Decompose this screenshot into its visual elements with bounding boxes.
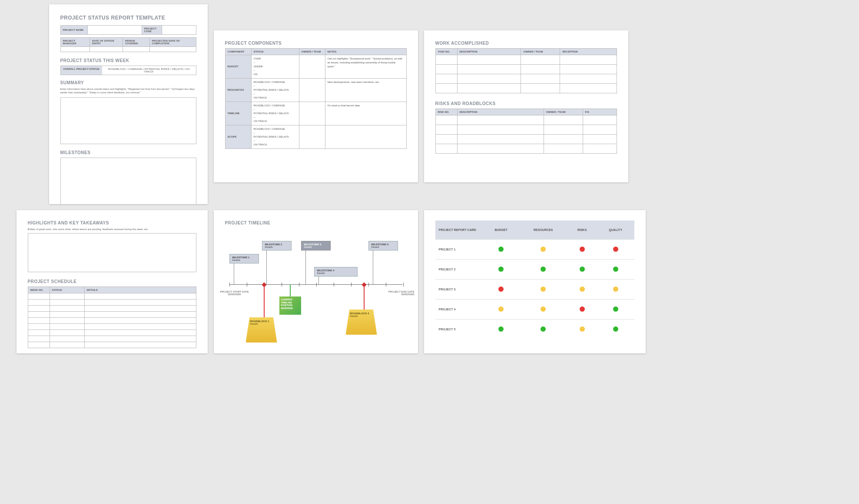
tick bbox=[247, 283, 247, 287]
milestone-1-details: Details bbox=[232, 259, 256, 261]
roadblock-2-box: ROADBLOCK 2 Details bbox=[346, 310, 377, 335]
sched-row[interactable] bbox=[28, 300, 196, 306]
tick bbox=[282, 283, 282, 287]
tick bbox=[299, 283, 299, 287]
header-pm: PROJECT MANAGER bbox=[60, 38, 90, 47]
status-resources[interactable]: ROADBLOCK / OVERAGE – POTENTIAL RISKS / … bbox=[251, 79, 299, 102]
milestone-3-box: MILESTONE 3 Details bbox=[301, 241, 331, 250]
sched-row[interactable] bbox=[28, 330, 196, 336]
row-budget: BUDGET OVER – UNDER – ON Call out highli… bbox=[225, 55, 406, 79]
rr-h2: DESCRIPTION bbox=[457, 109, 544, 115]
stem bbox=[266, 250, 267, 284]
sched-row[interactable] bbox=[28, 324, 196, 330]
status-dot-green bbox=[580, 267, 585, 272]
label-project-code: PROJECT CODE bbox=[142, 26, 162, 35]
sched-row[interactable] bbox=[28, 318, 196, 324]
tick bbox=[229, 283, 230, 287]
highlights-box[interactable] bbox=[28, 233, 196, 272]
rowhead-budget: BUDGET bbox=[225, 55, 251, 79]
th-owner: OWNER / TEAM bbox=[299, 49, 325, 55]
rr-row[interactable] bbox=[435, 115, 617, 125]
notes-scope[interactable] bbox=[325, 125, 406, 149]
field-project-code[interactable] bbox=[162, 26, 196, 35]
status-scope[interactable]: ROADBLOCK / OVERAGE – POTENTIAL RISKS / … bbox=[251, 125, 299, 149]
rr-row[interactable] bbox=[435, 125, 617, 135]
timeline-diagram: MILESTONE 1 Details MILESTONE 2 Details … bbox=[225, 228, 407, 345]
notes-resources[interactable]: New developments, new team members, etc. bbox=[325, 79, 406, 102]
owner-timeline[interactable] bbox=[299, 102, 325, 125]
milestone-4-box: MILESTONE 4 Details bbox=[314, 267, 358, 277]
rr-h4: FIX bbox=[583, 109, 617, 115]
start-date: 00/00/0000 bbox=[217, 293, 252, 296]
rc-row-5-name: PROJECT 5 bbox=[435, 320, 483, 339]
status-budget[interactable]: OVER – UNDER – ON bbox=[251, 55, 299, 79]
rr-h1: RISK NO. bbox=[435, 109, 457, 115]
page-title: PROJECT STATUS REPORT TEMPLATE bbox=[60, 15, 196, 21]
owner-scope[interactable] bbox=[299, 125, 325, 149]
sched-row[interactable] bbox=[28, 336, 196, 342]
status-dot-yellow bbox=[580, 326, 585, 332]
rc-h3: RISKS bbox=[567, 221, 597, 240]
notes-timeline[interactable]: On track to final launch date bbox=[325, 102, 406, 125]
wa-row[interactable] bbox=[435, 84, 617, 93]
label-project-name: PROJECT NAME bbox=[60, 26, 87, 35]
summary-box[interactable] bbox=[60, 97, 196, 144]
status-dot-green bbox=[541, 326, 546, 332]
milestone-2-box: MILESTONE 2 Details bbox=[262, 241, 292, 250]
wa-row[interactable] bbox=[435, 55, 617, 65]
sched-h3: DETAILS bbox=[84, 287, 196, 293]
rc-row-2-name: PROJECT 2 bbox=[435, 260, 483, 280]
cur-l1: CURRENT bbox=[281, 298, 299, 301]
wa-row[interactable] bbox=[435, 74, 617, 84]
status-timeline[interactable]: ROADBLOCK / OVERAGE – POTENTIAL RISKS / … bbox=[251, 102, 299, 125]
header-table-2: PROJECT MANAGER DATE OF STATUS ENTRY PER… bbox=[60, 37, 196, 52]
highlights-note: Bullets of great work, who owns what, wh… bbox=[28, 228, 196, 231]
field-date-entry[interactable] bbox=[90, 47, 123, 52]
row-scope: SCOPE ROADBLOCK / OVERAGE – POTENTIAL RI… bbox=[225, 125, 406, 149]
field-period[interactable] bbox=[123, 47, 149, 52]
tick bbox=[351, 283, 352, 287]
rc-row-4: PROJECT 4 bbox=[435, 300, 634, 320]
roadblock-stem bbox=[364, 284, 365, 310]
cur-l3: POSITION bbox=[281, 304, 299, 307]
start-date-label: PROJECT START DATE 00/00/0000 bbox=[217, 290, 252, 296]
rowhead-timeline: TIMELINE bbox=[225, 102, 251, 125]
owner-resources[interactable] bbox=[299, 79, 325, 102]
rr-h3: OWNER / TEAM bbox=[544, 109, 583, 115]
sched-row[interactable] bbox=[28, 342, 196, 348]
sched-row[interactable] bbox=[28, 312, 196, 318]
wa-h2: DESCRIPTION bbox=[457, 49, 521, 55]
wa-row[interactable] bbox=[435, 65, 617, 74]
rowhead-resources: RESOURCES bbox=[225, 79, 251, 102]
page-highlights-schedule: HIGHLIGHTS AND KEY TAKEAWAYS Bullets of … bbox=[17, 210, 208, 353]
rc-h1: BUDGET bbox=[483, 221, 519, 240]
status-dot-green bbox=[613, 267, 618, 272]
milestone-5-details: Details bbox=[371, 246, 395, 248]
header-date-entry: DATE OF STATUS ENTRY bbox=[90, 38, 123, 47]
status-dot-yellow bbox=[613, 287, 618, 292]
row-timeline: TIMELINE ROADBLOCK / OVERAGE – POTENTIAL… bbox=[225, 102, 406, 125]
milestones-box[interactable] bbox=[60, 158, 196, 204]
schedule-title: PROJECT SCHEDULE bbox=[28, 279, 196, 284]
field-pm[interactable] bbox=[60, 47, 90, 52]
page-work-risks: WORK ACCOMPLISHED TASK NO. DESCRIPTION O… bbox=[424, 30, 628, 182]
sched-h1: WEEK NO. bbox=[28, 287, 50, 293]
header-projected-date: PROJECTED DATE OF COMPLETION bbox=[149, 38, 196, 47]
milestones-title: MILESTONES bbox=[60, 150, 196, 155]
field-projected-date[interactable] bbox=[149, 47, 196, 52]
roadblock-1-details: Details bbox=[250, 323, 273, 325]
rr-row[interactable] bbox=[435, 144, 617, 154]
rc-h0: PROJECT REPORT CARD bbox=[435, 221, 483, 240]
status-dot-yellow bbox=[580, 287, 585, 292]
sched-row[interactable] bbox=[28, 306, 196, 312]
owner-budget[interactable] bbox=[299, 55, 325, 79]
rowhead-scope: SCOPE bbox=[225, 125, 251, 149]
stem bbox=[373, 250, 373, 284]
field-project-name[interactable] bbox=[87, 26, 142, 35]
cur-l4: 00/00/0000 bbox=[281, 307, 299, 310]
sched-row[interactable] bbox=[28, 293, 196, 300]
rr-row[interactable] bbox=[435, 135, 617, 144]
wa-h4: RECEPTION bbox=[560, 49, 617, 55]
notes-budget[interactable]: Call out highlights: "Exceptional work."… bbox=[325, 55, 406, 79]
rc-row-2: PROJECT 2 bbox=[435, 260, 634, 280]
